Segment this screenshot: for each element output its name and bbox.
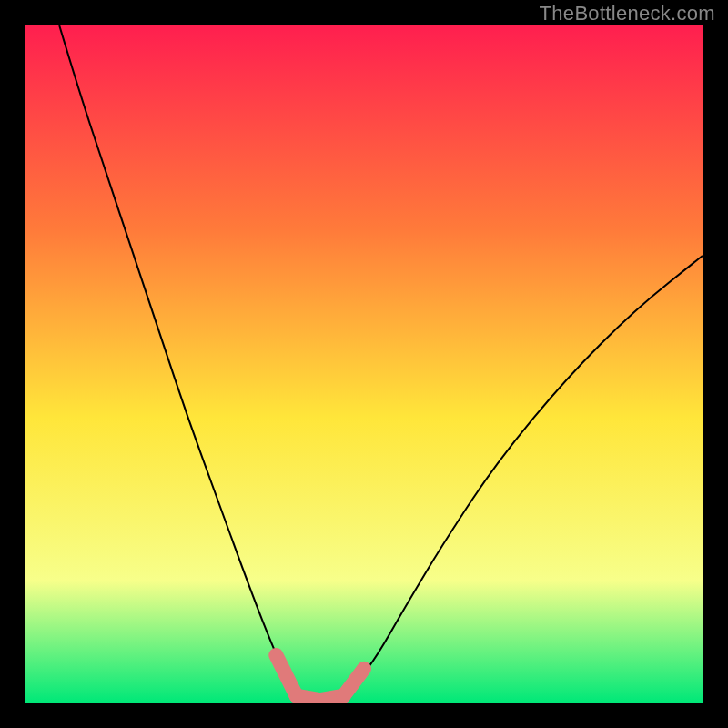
gradient-background [25, 25, 703, 703]
chart-svg [25, 25, 703, 703]
watermark-text: TheBottleneck.com [540, 2, 715, 25]
chart-frame: TheBottleneck.com [0, 0, 728, 728]
plot-area [25, 25, 703, 703]
